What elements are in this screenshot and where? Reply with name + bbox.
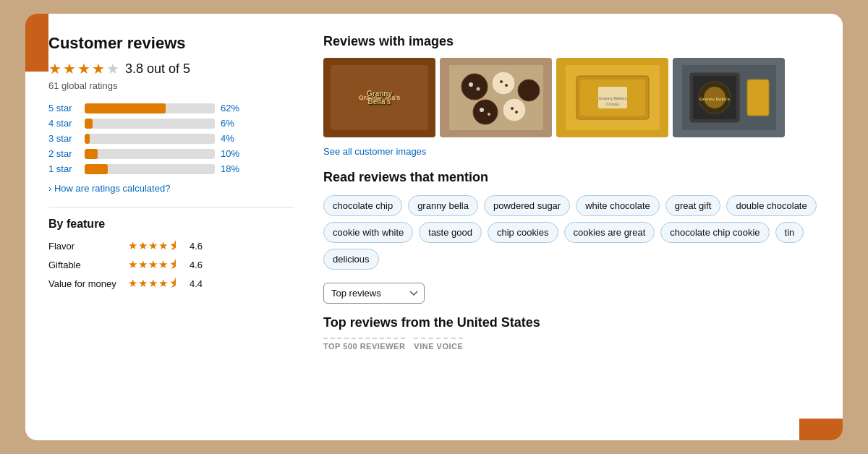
feature-star-1: ★: [128, 239, 137, 252]
bar-fill: [85, 103, 166, 113]
svg-point-4: [473, 100, 498, 124]
vine-voice-badge: VINE VOICE: [414, 338, 463, 351]
review-tag[interactable]: powdered sugar: [484, 195, 570, 216]
review-tag[interactable]: double chocolate: [726, 195, 816, 216]
bar-background: [85, 164, 215, 174]
bar-percent[interactable]: 18%: [221, 163, 247, 174]
bar-percent[interactable]: 6%: [221, 118, 247, 129]
bar-percent[interactable]: 4%: [221, 133, 247, 144]
sort-dropdown: Top reviews Most recent: [323, 283, 820, 304]
star-5: ★: [106, 60, 119, 77]
review-tag[interactable]: taste good: [419, 222, 482, 243]
feature-name: Giftable: [48, 260, 121, 270]
feature-star-3: ★: [148, 277, 158, 290]
rating-bar-row: 3 star4%: [48, 133, 294, 144]
feature-star-3: ★: [148, 239, 158, 252]
svg-point-5: [503, 98, 526, 121]
svg-point-1: [461, 74, 488, 100]
bar-background: [85, 149, 215, 159]
review-tag[interactable]: chip cookies: [488, 222, 558, 243]
feature-row: Giftable★★★★⯨4.6: [48, 258, 294, 271]
bar-label[interactable]: 4 star: [48, 118, 79, 129]
review-tag[interactable]: delicious: [323, 249, 379, 270]
bar-label[interactable]: 1 star: [48, 163, 79, 174]
review-image-2[interactable]: [440, 58, 552, 137]
main-card: Customer reviews ★ ★ ★ ★ ★ 3.8 out of 5 …: [25, 14, 843, 440]
rating-bar-row: 4 star6%: [48, 118, 294, 129]
review-tag[interactable]: tin: [775, 222, 804, 243]
top500-badge: TOP 500 REVIEWER: [323, 338, 405, 351]
customer-reviews-title: Customer reviews: [48, 34, 294, 53]
svg-point-13: [515, 111, 518, 113]
left-panel: Customer reviews ★ ★ ★ ★ ★ 3.8 out of 5 …: [48, 34, 294, 426]
feature-row: Flavor★★★★⯨4.6: [48, 239, 294, 252]
overall-stars: ★ ★ ★ ★ ★: [48, 60, 119, 77]
sort-select[interactable]: Top reviews Most recent: [323, 283, 425, 304]
bar-label[interactable]: 5 star: [48, 103, 79, 113]
yellow-tin-svg: Granny Bella's Cookies: [566, 65, 660, 130]
rating-bar-row: 2 star10%: [48, 148, 294, 159]
review-tag[interactable]: cookie with white: [323, 222, 413, 243]
feature-star-2: ★: [138, 258, 148, 271]
svg-point-8: [480, 108, 484, 112]
corner-decoration-tl: [25, 14, 48, 72]
right-panel: Reviews with images GrannyBella's: [323, 34, 820, 426]
review-tag[interactable]: white chocolate: [576, 195, 660, 216]
bar-background: [85, 103, 215, 113]
star-3: ★: [77, 60, 90, 77]
divider-1: [48, 207, 294, 207]
bar-label[interactable]: 3 star: [48, 133, 79, 144]
rating-bar-row: 5 star62%: [48, 103, 294, 113]
how-calculated-link[interactable]: › How are ratings calculated?: [48, 183, 294, 194]
bar-background: [85, 119, 215, 129]
feature-star-4: ★: [158, 258, 168, 271]
global-ratings: 61 global ratings: [48, 80, 294, 91]
star-2: ★: [63, 60, 76, 77]
rating-text: 3.8 out of 5: [125, 61, 190, 77]
bar-label[interactable]: 2 star: [48, 148, 79, 159]
review-tag[interactable]: granny bella: [408, 195, 478, 216]
bar-percent[interactable]: 62%: [221, 103, 247, 113]
feature-star-1: ★: [128, 277, 137, 290]
feature-star-5: ⯨: [169, 239, 179, 252]
cookies-svg: [449, 65, 543, 130]
dark-tin-svg: Granny Bella's: [682, 65, 776, 130]
overall-rating-row: ★ ★ ★ ★ ★ 3.8 out of 5: [48, 60, 294, 77]
bar-percent[interactable]: 10%: [221, 148, 247, 159]
feature-stars: ★★★★⯨: [128, 239, 179, 252]
corner-decoration-br: [799, 419, 843, 440]
review-tag[interactable]: chocolate chip: [323, 195, 402, 216]
feature-name: Flavor: [48, 241, 121, 252]
feature-star-5: ⯨: [169, 277, 179, 290]
read-reviews-title: Read reviews that mention: [323, 170, 820, 185]
thumb-1-label: GrannyBella's: [323, 58, 435, 137]
svg-text:Granny Bella's: Granny Bella's: [598, 96, 626, 100]
star-4: ★: [92, 60, 105, 77]
review-image-4[interactable]: Granny Bella's: [673, 58, 785, 137]
svg-point-6: [469, 82, 473, 87]
svg-point-9: [488, 113, 490, 116]
svg-point-12: [511, 107, 514, 110]
svg-point-11: [505, 84, 508, 87]
bar-background: [85, 134, 215, 144]
feature-star-2: ★: [138, 277, 148, 290]
see-all-images-link[interactable]: See all customer images: [323, 146, 426, 157]
feature-star-2: ★: [138, 239, 148, 252]
review-image-3[interactable]: Granny Bella's Cookies: [556, 58, 668, 137]
bar-fill: [85, 164, 108, 174]
feature-star-3: ★: [148, 258, 158, 271]
tags-container: chocolate chipgranny bellapowdered sugar…: [323, 195, 820, 270]
feature-stars: ★★★★⯨: [128, 277, 179, 290]
feature-star-5: ⯨: [169, 258, 179, 271]
review-tag[interactable]: cookies are great: [564, 222, 655, 243]
review-tag[interactable]: chocolate chip cookie: [660, 222, 769, 243]
features-list: Flavor★★★★⯨4.6Giftable★★★★⯨4.6Value for …: [48, 239, 294, 290]
svg-text:Granny Bella's: Granny Bella's: [699, 97, 730, 101]
rating-bar-row: 1 star18%: [48, 163, 294, 174]
feature-stars: ★★★★⯨: [128, 258, 179, 271]
review-tag[interactable]: great gift: [665, 195, 721, 216]
svg-point-2: [492, 72, 515, 95]
review-image-1[interactable]: GrannyBella's: [323, 58, 435, 137]
feature-name: Value for money: [48, 278, 121, 289]
feature-rating-value: 4.6: [190, 260, 203, 270]
